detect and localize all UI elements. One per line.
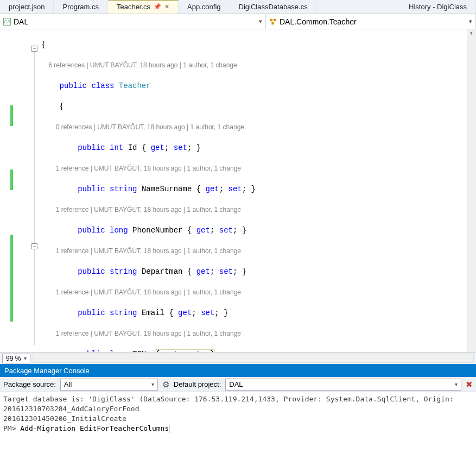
tab-label: project.json <box>9 3 45 11</box>
svg-rect-1 <box>274 18 276 21</box>
codelens[interactable]: 1 reference | UMUT BAYĞUT, 18 hours ago … <box>41 164 476 174</box>
console-line: 201612310703284_AddCaloryForFood <box>3 405 139 413</box>
document-tabs: project.json Program.cs Teacher.cs 📌 ✕ A… <box>0 0 476 14</box>
tab-program-cs[interactable]: Program.cs <box>54 0 107 14</box>
pmc-toolbar: Package source: All ▾ ⚙ Default project:… <box>0 377 476 392</box>
codelens[interactable]: 1 reference | UMUT BAYĞUT, 18 hours ago … <box>41 246 476 256</box>
pmc-title-text: Package Manager Console <box>4 367 90 375</box>
outline-toggle[interactable]: − <box>31 243 37 249</box>
change-marker <box>10 169 13 190</box>
tab-label: History - DigiClass <box>409 3 467 11</box>
codelens[interactable]: 0 references | UMUT BAYĞUT, 18 hours ago… <box>41 122 476 133</box>
tab-digiclassdb-cs[interactable]: DigiClassDatabase.cs <box>230 0 317 14</box>
codelens[interactable]: 6 references | UMUT BAYĞUT, 18 hours ago… <box>41 60 476 71</box>
type-dropdown-left[interactable]: C# DAL ▾ <box>0 14 266 29</box>
zoom-dropdown[interactable]: 99 % ▾ <box>2 354 30 363</box>
pmc-source-label: Package source: <box>3 380 56 388</box>
pin-icon[interactable]: 📌 <box>154 3 161 10</box>
pmc-project-dropdown[interactable]: DAL ▾ <box>225 379 461 391</box>
editor-status-bar: 99 % ▾ <box>0 352 476 364</box>
pmc-project-label: Default project: <box>174 380 221 388</box>
chevron-down-icon: ▾ <box>259 18 262 25</box>
zoom-value: 99 % <box>6 355 21 362</box>
nav-bar: C# DAL ▾ DAL.Common.Teacher ▾ <box>0 14 476 29</box>
gear-icon[interactable]: ⚙ <box>162 380 169 389</box>
change-marker <box>10 105 13 126</box>
console-prompt: PM> <box>3 424 16 432</box>
tab-app-config[interactable]: App.config <box>179 0 230 14</box>
editor-gutter: − − <box>0 29 41 352</box>
text-caret <box>169 425 169 433</box>
pmc-console-output[interactable]: Target database is: 'DigiClass' (DataSou… <box>0 392 476 457</box>
dropdown-value: All <box>64 380 72 388</box>
tab-label: Program.cs <box>62 3 98 11</box>
svg-rect-0 <box>270 18 272 21</box>
svg-rect-2 <box>271 22 274 24</box>
code-area[interactable]: { 6 references | UMUT BAYĞUT, 18 hours a… <box>41 29 476 352</box>
dropdown-value: DAL <box>14 17 28 26</box>
chevron-down-icon: ▾ <box>24 355 27 361</box>
dropdown-value: DAL.Common.Teacher <box>280 17 357 26</box>
tab-history[interactable]: History - DigiClass <box>400 0 476 14</box>
brace: { <box>41 40 46 49</box>
csharp-icon: C# <box>3 18 11 26</box>
chevron-down-icon: ▾ <box>455 381 458 387</box>
tab-teacher-cs[interactable]: Teacher.cs 📌 ✕ <box>108 0 179 14</box>
clear-icon[interactable]: ✖ <box>466 380 473 389</box>
code-editor[interactable]: − − { 6 references | UMUT BAYĞUT, 18 hou… <box>0 29 476 352</box>
codelens[interactable]: 1 reference | UMUT BAYĞUT, 18 hours ago … <box>41 287 476 298</box>
chevron-down-icon: ▾ <box>151 381 154 387</box>
console-command[interactable]: Add-Migration EditForTeacherColumns <box>20 424 169 432</box>
tab-label: DigiClassDatabase.cs <box>239 3 308 11</box>
vertical-scrollbar[interactable]: ▴ ▾ <box>467 29 476 352</box>
tab-project-json[interactable]: project.json <box>0 0 54 14</box>
codelens[interactable]: 1 reference | UMUT BAYĞUT, 18 hours ago … <box>41 205 476 215</box>
close-icon[interactable]: ✕ <box>164 3 169 10</box>
member-dropdown-right[interactable]: DAL.Common.Teacher ▾ <box>266 14 476 29</box>
codelens[interactable]: 1 reference | UMUT BAYĞUT, 18 hours ago … <box>41 329 476 339</box>
dropdown-value: DAL <box>229 380 243 388</box>
class-icon <box>269 18 277 26</box>
tab-label: App.config <box>187 3 220 11</box>
tab-label: Teacher.cs <box>117 3 150 11</box>
change-marker <box>10 235 13 322</box>
chevron-down-icon: ▾ <box>469 18 472 25</box>
console-line: Target database is: 'DigiClass' (DataSou… <box>3 395 454 403</box>
pmc-titlebar[interactable]: Package Manager Console <box>0 364 476 377</box>
horizontal-scrollbar[interactable] <box>33 354 474 363</box>
pmc-source-dropdown[interactable]: All ▾ <box>60 379 158 391</box>
console-line: 201612301450206_InitialCreate <box>3 414 126 423</box>
outline-toggle[interactable]: − <box>31 46 37 52</box>
